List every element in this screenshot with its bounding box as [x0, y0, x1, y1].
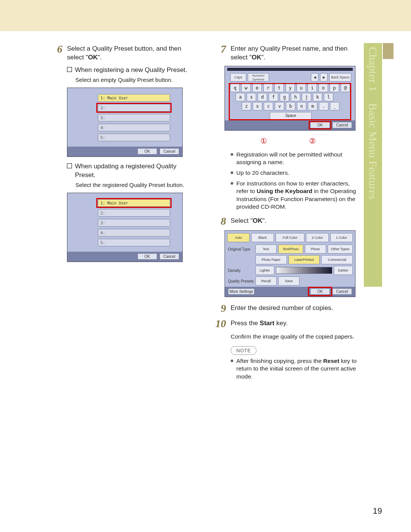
step-6-sub2: When updating a registered Quality Prese…	[67, 162, 194, 189]
preset-row-1: 1: Main User	[98, 94, 170, 102]
row-label: 1: Main User	[100, 201, 128, 205]
step-9: 9 Enter the desired number of copies.	[213, 302, 358, 314]
step-text: Select "OK".	[231, 215, 358, 225]
keyboard-key: w	[241, 84, 251, 92]
title-bar	[227, 68, 353, 71]
step-10-sub: Confirm the image quality of the copied …	[231, 333, 358, 341]
text-fragment: ".	[98, 54, 102, 61]
bullet-text: For instructions on how to enter charact…	[236, 180, 358, 211]
keyboard-key: t	[274, 84, 284, 92]
bold-ref: Using the Keyboard	[256, 188, 312, 194]
sub-label: When updating a registered Quality Prese…	[75, 162, 194, 180]
step-8: 8 Select "OK".	[213, 215, 358, 227]
arrow-right-icon: ▶	[320, 73, 328, 81]
top-banner	[0, 0, 411, 31]
checkbox-icon	[67, 67, 72, 72]
preset-row-5: 5:	[98, 239, 170, 246]
callout-2: ②	[309, 136, 316, 146]
keyboard-key: r	[263, 84, 273, 92]
text-fragment: key.	[274, 320, 288, 327]
density-darker: Darker	[334, 266, 353, 275]
paper-comm: Commercial	[321, 255, 353, 264]
keyboard-key: e	[252, 84, 262, 92]
mock-ok-button: OK	[310, 288, 330, 295]
row-label: 4:	[100, 126, 105, 130]
row-label: 3:	[100, 116, 105, 120]
original-type-label: Original Type	[227, 244, 254, 254]
preset-row-2: 2:	[98, 104, 170, 112]
callout-row: ① ②	[231, 136, 358, 146]
mock-ok-button: OK	[137, 253, 157, 260]
step-number: 7	[213, 43, 226, 54]
text-fragment: ".	[261, 54, 266, 61]
right-column: 7 Enter any Quality Preset name, and the…	[213, 43, 358, 383]
more-settings-button: More Settings	[228, 288, 255, 295]
keyboard-key: s	[247, 93, 256, 101]
step-number: 6	[49, 43, 62, 54]
keyboard-key: _	[330, 102, 339, 110]
step-6-sub1: When registering a new Quality Preset. S…	[67, 66, 194, 84]
caps-button: Caps	[230, 73, 246, 81]
qp-save: Save	[278, 276, 299, 286]
keyboard-key: z	[242, 102, 251, 110]
preset-screen-new: 1: Main User 2: 3: 4: 5: OK Cancel	[67, 88, 183, 157]
keyboard-key: @	[341, 84, 350, 92]
paper-laser: LaserPrinted	[288, 255, 320, 264]
backspace-button: Back Space	[329, 73, 351, 81]
step-text: Enter any Quality Preset name, and then …	[231, 43, 358, 62]
preset-row-3: 3:	[98, 219, 170, 227]
chapter-side-tab: Chapter 1 Basic Menu Features	[364, 43, 382, 287]
chapter-title: Basic Menu Features	[367, 103, 379, 199]
orig-textphoto: Text/Photo	[278, 244, 303, 254]
keyboard-screen: Caps Numeric/ Symbols Back Space ▶ ◀ Spa…	[225, 66, 355, 131]
paper-photo: Photo Paper	[255, 255, 287, 264]
keyboard-key: v	[275, 102, 284, 110]
row-label: 1: Main User	[100, 96, 128, 100]
preset-screen-update: 1: Main User 2: 3: 4: 5: OK Cancel	[67, 193, 183, 262]
page-content: 6 Select a Quality Preset button, and th…	[49, 43, 358, 383]
step-number: 8	[213, 215, 226, 227]
preset-row-1: 1: Main User	[98, 199, 170, 207]
preset-row-4: 4:	[98, 124, 170, 131]
settings-screen: Auto Black Full Color 2 Color 1 Color Or…	[225, 230, 355, 297]
preset-row-4: 4:	[98, 229, 170, 236]
keyboard-key: q	[230, 84, 240, 92]
page-number: 19	[373, 506, 382, 516]
color-full: Full Color	[276, 233, 305, 242]
keyboard-key: i	[307, 84, 317, 92]
bullet-icon	[231, 171, 233, 174]
keyboard-key: d	[258, 93, 267, 101]
keyboard-key: f	[269, 93, 278, 101]
keyboard-key: c	[264, 102, 273, 110]
keyboard-key: j	[302, 93, 311, 101]
color-1: 1 Color	[330, 233, 353, 242]
bullet-icon	[231, 182, 233, 185]
keyboard-key: o	[319, 84, 328, 92]
density-label: Density	[227, 266, 254, 275]
step-6: 6 Select a Quality Preset button, and th…	[49, 43, 194, 62]
text-fragment: ".	[263, 217, 267, 224]
bullet-text: Up to 20 characters.	[236, 169, 290, 177]
bullet-icon	[231, 359, 233, 362]
sub-note: Select an empty Quality Preset button.	[75, 76, 194, 84]
bullet-icon	[231, 153, 233, 156]
row-label: 5:	[100, 136, 105, 140]
side-marker	[383, 43, 393, 59]
space-key: Space	[270, 112, 312, 120]
keyboard-key: x	[253, 102, 262, 110]
keyboard-key: a	[236, 93, 245, 101]
color-black: Black	[251, 233, 274, 242]
mock-cancel-button: Cancel	[332, 122, 352, 128]
sub-note: Select the registered Quality Preset but…	[75, 181, 194, 189]
orig-other: Other Types	[328, 244, 353, 254]
note-badge: NOTE	[231, 346, 256, 355]
step-number: 10	[213, 318, 226, 329]
preset-row-2: 2:	[98, 209, 170, 217]
checkbox-icon	[67, 163, 72, 168]
mock-cancel-button: Cancel	[159, 148, 179, 155]
step-number: 9	[213, 302, 226, 314]
mock-cancel-button: Cancel	[332, 288, 352, 295]
keyboard-key: l	[324, 93, 333, 101]
text-fragment: After finishing copying, press the	[236, 358, 323, 364]
bullet-text: After finishing copying, press the Reset…	[236, 357, 358, 380]
